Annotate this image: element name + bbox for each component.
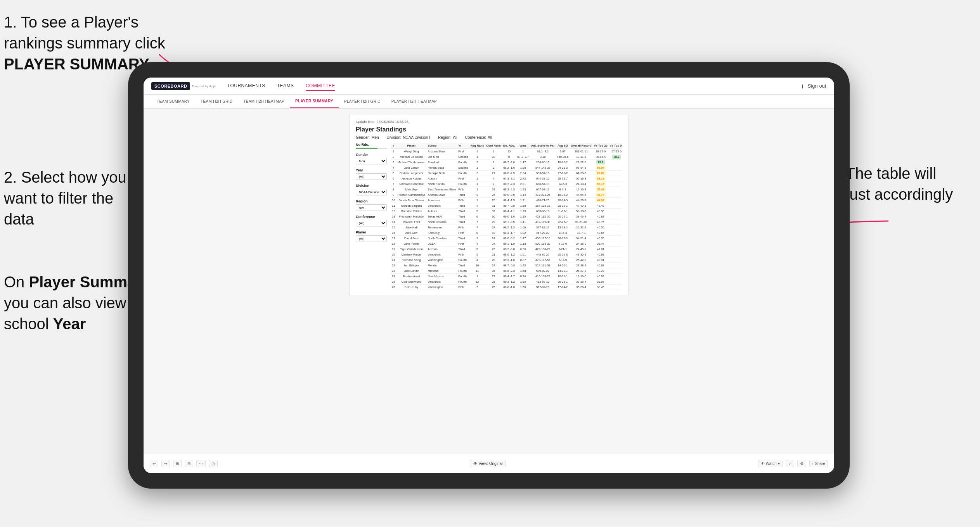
filter-section-nords: No Rds.	[356, 143, 387, 149]
table-row[interactable]: 18Luke PowellUCLAFirst42469.1 -1.81.1350…	[391, 241, 622, 247]
main-nav-items: TOURNAMENTS TEAMS COMMITTEE	[227, 81, 802, 91]
bottom-toolbar: ↩ ↪ ⊞ ⊟ ⋯ ◷ 👁 View: Original 👁 Watch ▾ ⤢…	[144, 454, 834, 473]
col-no-rds: No. Rds.	[502, 143, 516, 149]
toolbar-undo[interactable]: ↩	[150, 460, 158, 467]
brand-logo: SCOREBOARD	[151, 82, 190, 90]
toolbar-paste[interactable]: ⊟	[185, 460, 193, 467]
table-row[interactable]: 6Jackson KoivunAuburnFirst1767.3 -3.12.7…	[391, 176, 622, 181]
col-vs25: Vs Top 25	[593, 143, 609, 149]
toolbar-link[interactable]: ⋯	[196, 460, 206, 467]
main-nav-bar: SCOREBOARD Powered by dippi TOURNAMENTS …	[144, 78, 834, 95]
nav-pipe: |	[802, 84, 803, 88]
panel-header: Update time: 27/03/2024 16:56:26 Player …	[356, 120, 622, 140]
filter-division: Division: NCAA Division I	[387, 135, 430, 140]
table-row[interactable]: 2Michael Le SassoOle MissSecond118067.1 …	[391, 154, 622, 160]
filter-section-year: Year (All) First Second Third Fourth Fif…	[356, 168, 387, 180]
table-row[interactable]: 12Brendan ValdesAuburnThird53768.4 -1.11…	[391, 209, 622, 214]
gender-select[interactable]: Men Women	[356, 158, 387, 164]
sub-player-summary[interactable]: PLAYER SUMMARY	[290, 95, 339, 108]
update-time: Update time: 27/03/2024 16:56:26	[356, 120, 622, 124]
sub-team-h2h-grid[interactable]: TEAM H2H GRID	[195, 95, 238, 108]
nords-label: No Rds.	[356, 143, 387, 147]
filter-gender: Gender: Men	[356, 135, 379, 140]
sub-team-h2h-heatmap[interactable]: TEAM H2H HEATMAP	[238, 95, 290, 108]
table-row[interactable]: 23Jack LundinMissouriFourth112468.6 -2.3…	[391, 268, 622, 274]
table-row[interactable]: 25Cole SherwoodVanderbiltFourth122369.3 …	[391, 279, 622, 285]
table-row[interactable]: 26Petr HrubyWashingtonFifth72568.6 -1.81…	[391, 285, 622, 290]
toolbar-copy[interactable]: ⊞	[173, 460, 182, 467]
filter-region: Region: All	[438, 135, 457, 140]
nav-right: | Sign out	[802, 82, 826, 90]
region-select[interactable]: N/A All	[356, 204, 387, 211]
table-row[interactable]: 7Nicholas GabrelcikNorth FloridaFourth12…	[391, 181, 622, 187]
filter-display-row: Gender: Men Division: NCAA Division I Re…	[356, 135, 622, 140]
toolbar-redo[interactable]: ↪	[161, 460, 170, 467]
filter-conference: Conference: All	[465, 135, 492, 140]
tablet-frame: SCOREBOARD Powered by dippi TOURNAMENTS …	[128, 62, 850, 489]
brand-sub: Powered by dippi	[192, 85, 215, 88]
col-conf-rank: Conf Rank	[485, 143, 502, 149]
filter-section-gender: Gender Men Women	[356, 153, 387, 164]
col-rank: #	[391, 143, 396, 149]
table-row[interactable]: 20Matthew RiedelVanderbiltFifth52168.0 -…	[391, 252, 622, 257]
sub-player-h2h-grid[interactable]: PLAYER H2H GRID	[339, 95, 386, 108]
left-filters: No Rds. Gender Men Women	[356, 143, 387, 290]
toolbar-view-original[interactable]: 👁 View: Original	[470, 460, 506, 467]
toolbar-share[interactable]: ↑ Share	[809, 460, 828, 467]
table-row[interactable]: 3Michael ThorbjornsenStanfordFourth2168.…	[391, 160, 622, 165]
conference-filter-label: Conference	[356, 215, 387, 219]
player-select[interactable]: (All)	[356, 235, 387, 242]
division-filter-label: Division	[356, 184, 387, 188]
nords-slider[interactable]	[356, 148, 387, 149]
nav-signout[interactable]: Sign out	[808, 82, 826, 90]
region-filter-label: Region	[356, 199, 387, 203]
conference-select[interactable]: (All)	[356, 220, 387, 226]
toolbar-left: ↩ ↪ ⊞ ⊟ ⋯ ◷	[150, 460, 218, 467]
nav-teams[interactable]: TEAMS	[277, 81, 294, 91]
standings-table-container: # Player School Yr Reg Rank Conf Rank No…	[391, 143, 622, 290]
table-row[interactable]: 17David FordNorth CarolinaThird92469.0 -…	[391, 236, 622, 241]
toolbar-settings[interactable]: ⚙	[797, 460, 806, 467]
table-row[interactable]: 11Gordon SargentVanderbiltThird42168.7 -…	[391, 203, 622, 209]
table-row[interactable]: 24Bastien AmatNew MexicoFourth12769.4 -1…	[391, 274, 622, 279]
table-row[interactable]: 5Christo LamprechtGeorgia TechFourth2216…	[391, 171, 622, 176]
table-row[interactable]: 19Tiger ChristensenArizonaThird52369.2 -…	[391, 247, 622, 252]
sub-nav-bar: TEAM SUMMARY TEAM H2H GRID TEAM H2H HEAT…	[144, 95, 834, 109]
year-select[interactable]: (All) First Second Third Fourth Fifth	[356, 173, 387, 180]
tablet-screen: SCOREBOARD Powered by dippi TOURNAMENTS …	[144, 78, 834, 473]
table-row[interactable]: 16Alex GoffKentuckyFifth81968.3 -1.71.92…	[391, 230, 622, 236]
table-row[interactable]: 8Mats EgeEast Tennessee StateFifth12468.…	[391, 187, 622, 192]
col-school: School	[426, 143, 457, 149]
annotation-2: 2. Select how you want to filter the dat…	[4, 167, 144, 230]
toolbar-expand[interactable]: ⤢	[786, 460, 794, 467]
toolbar-clock[interactable]: ◷	[209, 460, 218, 467]
ann2-text: 2. Select how you want to filter the dat…	[4, 169, 126, 228]
table-row[interactable]: 10Jacob Skov OlesenArkansasFifth12568.4 …	[391, 198, 622, 203]
table-row[interactable]: 9Preston SummerhaysArizona StateThird324…	[391, 192, 622, 198]
standings-panel: Update time: 27/03/2024 16:56:26 Player …	[349, 115, 629, 295]
panel-body: No Rds. Gender Men Women	[356, 143, 622, 290]
nav-committee[interactable]: COMMITTEE	[306, 81, 336, 91]
sub-player-h2h-heatmap[interactable]: PLAYER H2H HEATMAP	[386, 95, 442, 108]
table-row[interactable]: 22Ian GilliganFloridaThird102468.7 -0.81…	[391, 263, 622, 268]
division-select[interactable]: NCAA Division I NCAA Division II	[356, 189, 387, 195]
table-row[interactable]: 15Jake HallTennesseeFifth72868.5 -1.51.6…	[391, 225, 622, 230]
annotation-right: 3. The table will adjust accordingly	[829, 163, 976, 205]
col-adj-score: Adj. Score to Par	[530, 143, 556, 149]
table-row[interactable]: 4Luke ClatonFlorida StateSecond1268.2 -1…	[391, 165, 622, 171]
filter-section-player: Player (All)	[356, 230, 387, 242]
standings-table: # Player School Yr Reg Rank Conf Rank No…	[391, 143, 622, 290]
table-row[interactable]: 14Maxwell FordNorth CarolinaThird72269.1…	[391, 219, 622, 225]
table-row[interactable]: 1Wenyi DingArizona StateFirst1115167.1 -…	[391, 149, 622, 154]
sub-team-summary[interactable]: TEAM SUMMARY	[151, 95, 195, 108]
col-reg-rank: Reg Rank	[469, 143, 485, 149]
table-row[interactable]: 13Phichaksn MaichonTexas A&MThird63069.0…	[391, 214, 622, 219]
toolbar-right: 👁 Watch ▾ ⤢ ⚙ ↑ Share	[758, 460, 828, 467]
nav-tournaments[interactable]: TOURNAMENTS	[227, 81, 265, 91]
toolbar-watch[interactable]: 👁 Watch ▾	[758, 460, 783, 467]
col-yr: Yr	[457, 143, 469, 149]
panel-title: Player Standings	[356, 126, 622, 133]
col-avg-sg: Avg SG	[556, 143, 570, 149]
table-row[interactable]: 21Taehoon SongWashingtonFourth42369.3 -1…	[391, 257, 622, 263]
brand: SCOREBOARD Powered by dippi	[151, 82, 216, 90]
